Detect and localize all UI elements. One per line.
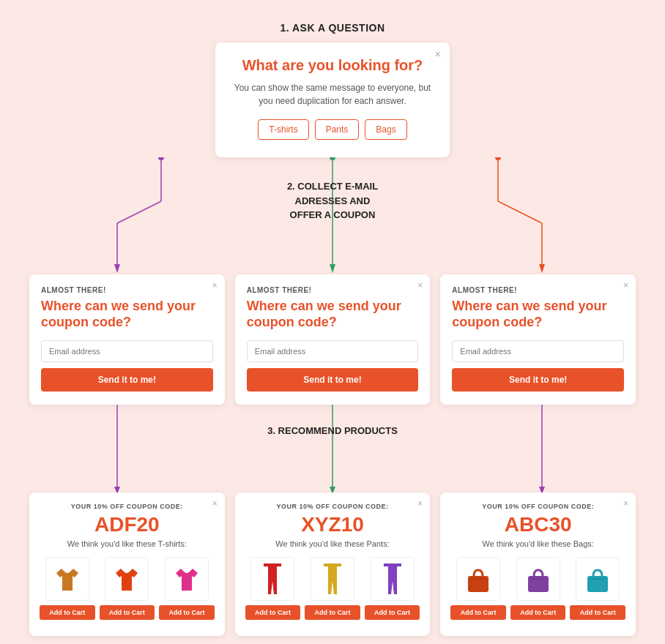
add-to-cart-1-2[interactable]: Add to Cart (100, 605, 155, 620)
email-card-tshirts: × ALMOST THERE! Where can we send your c… (29, 274, 225, 405)
coupon-card-1-close[interactable]: × (212, 498, 218, 509)
svg-point-3 (158, 157, 164, 160)
add-to-cart-3-1[interactable]: Add to Cart (450, 605, 506, 620)
svg-rect-21 (528, 576, 549, 592)
add-to-cart-1-1[interactable]: Add to Cart (40, 605, 95, 620)
product-img-pants-red (250, 557, 294, 601)
question-card-wrapper: × What are you looking for? You can show… (15, 42, 650, 157)
connector-svg-2 (15, 405, 650, 493)
email-card-3-close[interactable]: × (623, 280, 628, 291)
email-card-1-close[interactable]: × (212, 280, 218, 291)
email-cards-row: × ALMOST THERE! Where can we send your c… (15, 274, 650, 405)
coupon-label-1: YOUR 10% OFF COUPON CODE: (40, 503, 215, 510)
email-card-2-close[interactable]: × (417, 280, 423, 291)
product-img-pants-yellow (311, 557, 354, 601)
recommend-text-1: We think you'd like these T-shirts: (40, 539, 215, 548)
svg-rect-23 (587, 576, 608, 592)
email-input-3[interactable] (452, 340, 624, 362)
coupon-card-bags: × YOUR 10% OFF COUPON CODE: ABC30 We thi… (440, 493, 636, 636)
svg-marker-12 (539, 264, 545, 273)
coupon-code-2: XYZ10 (245, 513, 420, 536)
product-row-2: Add to Cart Add to Cart Add to Cart (245, 557, 420, 620)
svg-line-1 (117, 201, 161, 223)
product-item-1-1: Add to Cart (40, 557, 95, 620)
product-row-3: Add to Cart Add to Cart (450, 557, 625, 620)
email-card-pants: × ALMOST THERE! Where can we send your c… (235, 274, 431, 405)
svg-point-11 (495, 157, 501, 160)
product-img-bag-orange (456, 557, 500, 601)
email-card-3-title: Where can we send your coupon code? (452, 299, 624, 330)
product-img-bag-purple (516, 557, 560, 601)
email-card-1-almost: ALMOST THERE! (41, 286, 213, 294)
add-to-cart-2-3[interactable]: Add to Cart (365, 605, 420, 620)
product-item-3-2: Add to Cart (510, 557, 566, 620)
product-item-2-1: Add to Cart (245, 557, 301, 620)
answer-pants[interactable]: Pants (315, 119, 360, 140)
coupon-label-2: YOUR 10% OFF COUPON CODE: (245, 503, 420, 510)
coupon-card-tshirts: × YOUR 10% OFF COUPON CODE: ADF20 We thi… (29, 493, 225, 636)
question-title: What are you looking for? (233, 57, 432, 74)
connectors-area-1: 2. COLLECT E-MAILADRESSES ANDOFFER A COU… (15, 157, 650, 274)
add-to-cart-2-2[interactable]: Add to Cart (305, 605, 360, 620)
email-card-1-title: Where can we send your coupon code? (41, 299, 213, 330)
middle-connector: 3. RECOMMEND PRODUCTS (15, 405, 650, 493)
add-to-cart-3-2[interactable]: Add to Cart (510, 605, 566, 620)
send-btn-1[interactable]: Send it to me! (41, 368, 213, 392)
step1-label: 1. ASK A QUESTION (15, 22, 650, 34)
product-row-1: Add to Cart Add to Cart Add to Cart (40, 557, 215, 620)
product-item-2-3: Add to Cart (365, 557, 420, 620)
question-card: × What are you looking for? You can show… (215, 42, 450, 157)
product-img-pants-purple (371, 557, 415, 601)
email-input-1[interactable] (41, 340, 213, 362)
svg-line-9 (498, 201, 542, 223)
add-to-cart-2-1[interactable]: Add to Cart (245, 605, 301, 620)
send-btn-3[interactable]: Send it to me! (452, 368, 624, 392)
step2-label: 2. COLLECT E-MAILADRESSES ANDOFFER A COU… (287, 179, 378, 222)
email-card-bags: × ALMOST THERE! Where can we send your c… (440, 274, 636, 405)
coupon-code-1: ADF20 (40, 513, 215, 536)
coupon-card-pants: × YOUR 10% OFF COUPON CODE: XYZ10 We thi… (235, 493, 431, 636)
coupon-label-3: YOUR 10% OFF COUPON CODE: (450, 503, 625, 510)
send-btn-2[interactable]: Send it to me! (247, 368, 419, 392)
svg-marker-18 (539, 487, 545, 493)
coupon-card-3-close[interactable]: × (623, 498, 628, 509)
product-img-bag-teal (576, 557, 620, 601)
svg-marker-4 (114, 264, 120, 273)
add-to-cart-3-3[interactable]: Add to Cart (570, 605, 625, 620)
product-item-3-3: Add to Cart (570, 557, 625, 620)
coupon-card-2-close[interactable]: × (417, 498, 423, 509)
product-img-tshirt-red (105, 557, 149, 601)
coupon-cards-row: × YOUR 10% OFF COUPON CODE: ADF20 We thi… (15, 493, 650, 636)
product-item-2-2: Add to Cart (305, 557, 360, 620)
email-card-2-almost: ALMOST THERE! (247, 286, 419, 294)
recommend-text-3: We think you'd like these Bags: (450, 539, 625, 548)
add-to-cart-1-3[interactable]: Add to Cart (159, 605, 215, 620)
svg-rect-19 (468, 576, 488, 592)
product-item-1-3: Add to Cart (159, 557, 215, 620)
question-description: You can show the same message to everyon… (233, 81, 432, 108)
question-card-close[interactable]: × (435, 48, 441, 60)
product-img-tshirt-orange (45, 557, 89, 601)
answer-bags[interactable]: Bags (365, 119, 406, 140)
page-wrapper: 1. ASK A QUESTION × What are you looking… (0, 0, 665, 644)
coupon-code-3: ABC30 (450, 513, 625, 536)
email-card-3-almost: ALMOST THERE! (452, 286, 624, 294)
svg-marker-7 (330, 264, 335, 273)
svg-point-6 (330, 157, 335, 160)
answer-tshirts[interactable]: T-shirts (258, 119, 308, 140)
product-item-3-1: Add to Cart (450, 557, 506, 620)
svg-marker-16 (330, 487, 335, 493)
answer-buttons: T-shirts Pants Bags (233, 119, 432, 140)
product-item-1-2: Add to Cart (100, 557, 155, 620)
email-card-2-title: Where can we send your coupon code? (247, 299, 419, 330)
step3-label: 3. RECOMMEND PRODUCTS (267, 425, 398, 436)
product-img-tshirt-pink (165, 557, 209, 601)
svg-marker-14 (114, 487, 120, 493)
recommend-text-2: We think you'd like these Pants: (245, 539, 420, 548)
email-input-2[interactable] (247, 340, 419, 362)
